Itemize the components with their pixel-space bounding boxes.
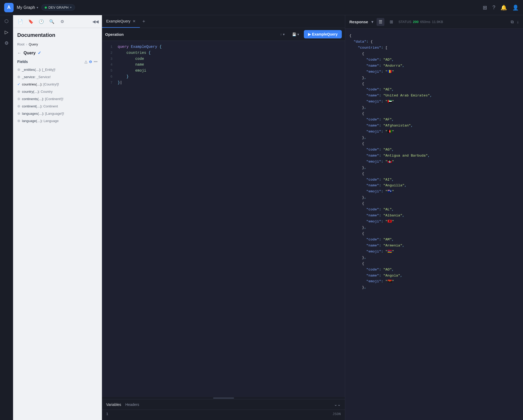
graph-icon[interactable]: ⬡ xyxy=(4,18,9,24)
notifications-icon[interactable]: 🔔 xyxy=(501,4,507,11)
topbar-right: ⊞ ? 🔔 👤 xyxy=(483,4,519,11)
fields-more-icon[interactable]: ••• xyxy=(94,60,98,64)
docs-back-btn[interactable]: ← xyxy=(17,51,21,55)
docs-collapse-btn[interactable]: ◀◀ xyxy=(92,19,99,24)
json-line: "countries": [ xyxy=(349,45,519,51)
field-check-icon: ✓ xyxy=(17,82,20,86)
field-name: continents(…): [Continent!]! xyxy=(22,97,63,101)
response-list-view-btn[interactable]: ☰ xyxy=(377,18,384,26)
env-status-dot xyxy=(45,7,47,9)
fields-expand-icon[interactable]: △ xyxy=(84,60,87,64)
tab-add-btn[interactable]: + xyxy=(140,19,148,24)
json-line: "emoji": "🇦🇩" xyxy=(349,69,519,75)
vars-line-num: 1 xyxy=(106,412,108,416)
json-line: }, xyxy=(349,285,519,291)
tab-example-query[interactable]: ExampleQuery ✕ xyxy=(102,15,140,28)
fields-header: Fields △ ⊖ ••• xyxy=(13,57,102,66)
docs-clock-btn[interactable]: 🕐 xyxy=(37,17,46,26)
field-add-icon: ⊕ xyxy=(17,67,20,72)
icon-sidebar: ⬡ ▷ ⚙ xyxy=(0,15,13,420)
json-line: "code": "AD", xyxy=(349,57,519,63)
code-line-2: 2 countries { xyxy=(102,50,345,56)
json-line: "code": "AO", xyxy=(349,267,519,273)
docs-search-btn[interactable]: 🔍 xyxy=(48,17,56,26)
json-line: }, xyxy=(349,135,519,141)
field-item-language[interactable]: ⊕ language(…): Language xyxy=(13,117,102,124)
save-icon: 💾 xyxy=(292,32,296,36)
field-name: countries(…): [Country!]! xyxy=(22,82,59,86)
json-line: "emoji": "🇦🇪" xyxy=(349,99,519,105)
json-line: "emoji": "🇦🇴" xyxy=(349,279,519,285)
variables-tab[interactable]: Variables xyxy=(106,402,121,407)
json-line: "emoji": "🇦🇮" xyxy=(349,189,519,195)
field-name: country(…): Country xyxy=(22,90,53,94)
json-line: { xyxy=(349,231,519,237)
code-editor[interactable]: 1 query ExampleQuery { 2 countries { 3 c… xyxy=(102,41,345,397)
upload-icon: ↑ xyxy=(280,32,282,36)
upload-btn[interactable]: ↑ ▾ xyxy=(278,31,288,38)
docs-title: Documentation xyxy=(13,28,102,42)
json-line: { xyxy=(349,141,519,147)
json-line: "name": "Angola", xyxy=(349,273,519,279)
field-item-service[interactable]: ⊕ _service: _Service! xyxy=(13,73,102,80)
field-item-continent[interactable]: ⊕ continent(…): Continent xyxy=(13,102,102,110)
field-item-languages[interactable]: ⊕ languages(…): [Language!]! xyxy=(13,110,102,117)
explorer-icon[interactable]: ▷ xyxy=(5,29,8,35)
field-item-entities[interactable]: ⊕ _entities(…): [_Entity]! xyxy=(13,66,102,73)
response-grid-view-btn[interactable]: ⊞ xyxy=(388,18,395,26)
docs-verified-icon: ✓ xyxy=(38,50,41,55)
field-name: languages(…): [Language!]! xyxy=(22,112,64,116)
run-button[interactable]: ▶ ExampleQuery xyxy=(304,30,342,38)
status-text: STATUS xyxy=(399,20,411,24)
user-avatar[interactable]: 👤 xyxy=(512,4,519,11)
docs-bookmark-btn[interactable]: 🔖 xyxy=(27,17,35,26)
breadcrumb-query[interactable]: Query xyxy=(29,42,38,46)
fields-minus-icon[interactable]: ⊖ xyxy=(89,60,92,64)
docs-gear-btn[interactable]: ⚙ xyxy=(58,17,66,26)
json-line: "code": "AI", xyxy=(349,177,519,183)
code-line-3: 3 code xyxy=(102,56,345,62)
save-btn[interactable]: 💾 ▾ xyxy=(289,31,302,38)
field-name: _service: _Service! xyxy=(22,75,51,79)
response-download-btn[interactable]: ↓ xyxy=(517,20,519,24)
code-line-4: 4 name xyxy=(102,62,345,68)
breadcrumb-root[interactable]: Root xyxy=(17,42,24,46)
horizontal-scrollbar[interactable] xyxy=(102,397,345,399)
field-add-icon: ⊕ xyxy=(17,104,20,108)
response-chevron-icon[interactable]: ▾ xyxy=(371,19,373,24)
tab-close-icon[interactable]: ✕ xyxy=(133,19,136,23)
logo-button[interactable]: A xyxy=(4,3,14,12)
json-line: }, xyxy=(349,255,519,261)
json-line: "emoji": "🇦🇲" xyxy=(349,249,519,255)
field-name: _entities(…): [_Entity]! xyxy=(22,68,55,72)
graph-selector[interactable]: My Graph ▾ xyxy=(17,5,38,10)
field-item-country[interactable]: ⊕ country(…): Country xyxy=(13,88,102,95)
help-icon[interactable]: ? xyxy=(492,4,495,10)
status-code: 200 xyxy=(413,20,419,24)
json-line: }, xyxy=(349,75,519,81)
main-layout: ⬡ ▷ ⚙ 📄 🔖 🕐 🔍 ⚙ ◀◀ Documentation Root › … xyxy=(0,15,523,420)
upload-chevron: ▾ xyxy=(283,32,285,36)
response-copy-btn[interactable]: ⧉ xyxy=(511,20,514,24)
json-line: { xyxy=(349,111,519,117)
json-line: }, xyxy=(349,105,519,111)
code-line-5: 5 emoji xyxy=(102,68,345,74)
response-panel: Response ▾ ☰ ⊞ STATUS 200 650ms 11.9KB ⧉… xyxy=(345,15,523,420)
variables-collapse-btn[interactable]: ⌄⌄ xyxy=(334,402,341,407)
settings-icon[interactable]: ⚙ xyxy=(4,40,9,46)
env-label: DEV GRAPH xyxy=(48,5,69,9)
json-line: "name": "Armenia", xyxy=(349,243,519,249)
docs-history-btn[interactable]: 📄 xyxy=(16,17,25,26)
field-item-continents[interactable]: ⊕ continents(…): [Continent!]! xyxy=(13,95,102,102)
save-chevron: ▾ xyxy=(297,32,299,36)
json-line: { xyxy=(349,261,519,267)
field-item-countries[interactable]: ✓ countries(…): [Country!]! xyxy=(13,80,102,88)
response-toolbar: Response ▾ ☰ ⊞ STATUS 200 650ms 11.9KB ⧉… xyxy=(345,15,523,29)
headers-tab[interactable]: Headers xyxy=(125,402,139,407)
response-time: 650ms xyxy=(420,20,430,24)
env-badge[interactable]: DEV GRAPH ▾ xyxy=(41,4,75,11)
json-line: "code": "AG", xyxy=(349,147,519,153)
studio-icon[interactable]: ⊞ xyxy=(483,4,487,11)
json-line: "name": "United Arab Emirates", xyxy=(349,93,519,99)
code-line-1: 1 query ExampleQuery { xyxy=(102,44,345,50)
